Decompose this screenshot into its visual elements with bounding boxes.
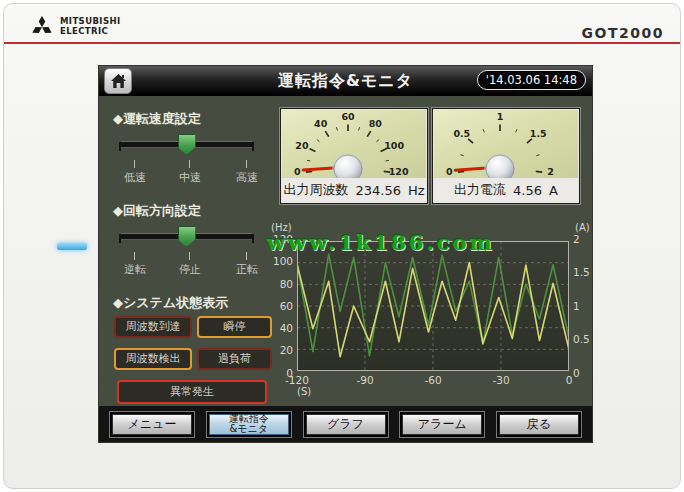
speed-slider[interactable] (121, 142, 252, 147)
got2000-device-bezel: MITSUBISHI ELECTRIC GOT2000 運転指令&モニタ '14… (3, 3, 681, 489)
bottom-nav-bar: メニュー 運転指令&モニタ グラフ アラーム 戻る (99, 406, 592, 442)
model-label: GOT2000 (582, 25, 664, 41)
nav-button-label: アラーム (418, 418, 467, 431)
current-gauge-unit: A (549, 183, 558, 198)
nav-graph-button[interactable]: グラフ (306, 414, 386, 435)
direction-label-stop: 停止 (179, 262, 201, 277)
x-axis-tick: -30 (485, 374, 517, 386)
right-axis-tick: 0.5 (573, 334, 590, 345)
current-gauge-panel: 00.511.52 出力電流 4.56 A (432, 108, 580, 204)
nav-menu-button[interactable]: メニュー (112, 414, 192, 435)
nav-button-label: 戻る (527, 418, 551, 431)
x-axis-tick: -90 (349, 374, 381, 386)
frequency-gauge-unit: Hz (408, 183, 425, 198)
svg-text:0: 0 (294, 166, 301, 177)
direction-slider[interactable] (121, 234, 252, 239)
right-axis-tick: 1 (573, 301, 580, 312)
nav-button-label: &モニタ (229, 424, 268, 435)
nav-button-label: メニュー (128, 418, 177, 431)
svg-text:20: 20 (295, 140, 309, 151)
left-axis-tick: 60 (280, 301, 293, 312)
current-gauge-dial: 00.511.52 (434, 110, 578, 178)
x-axis-tick: -60 (417, 374, 449, 386)
left-axis-ticks: 120100806040200 (259, 234, 293, 378)
svg-text:1.5: 1.5 (530, 128, 547, 139)
hmi-screen: 運転指令&モニタ '14.03.06 14:48 ◆運転速度設定 低速 中速 高… (99, 66, 592, 442)
left-axis-tick: 100 (273, 256, 293, 267)
svg-text:0.5: 0.5 (453, 128, 470, 139)
nav-button-label: グラフ (327, 418, 364, 431)
mitsubishi-diamonds-icon (30, 15, 54, 38)
left-axis-tick: 80 (280, 279, 293, 290)
svg-text:60: 60 (341, 111, 355, 122)
status-alarm-occurred[interactable]: 異常発生 (117, 380, 267, 404)
frequency-gauge-readout: 出力周波数 234.56 Hz (282, 179, 426, 201)
x-axis-ticks: -120-90-60-300 (281, 374, 585, 386)
nav-slot-alarm: アラーム (399, 411, 485, 438)
trend-chart-plot (297, 241, 569, 371)
current-gauge-value: 4.56 (513, 183, 542, 198)
power-led (57, 243, 87, 250)
status-freq-reached[interactable]: 周波数到達 (114, 316, 192, 338)
frequency-gauge-label: 出力周波数 (283, 181, 348, 199)
bezel-accent-line (4, 42, 680, 44)
direction-slider-ticks (121, 252, 252, 260)
svg-text:120: 120 (389, 166, 409, 177)
speed-slider-ticks (121, 160, 252, 168)
title-bar: 運転指令&モニタ '14.03.06 14:48 (99, 66, 592, 96)
direction-slider-handle[interactable] (178, 226, 196, 247)
left-axis-tick: 20 (280, 345, 293, 356)
right-axis-tick: 2 (573, 234, 580, 245)
current-gauge-face: 00.511.52 (434, 110, 578, 178)
current-gauge-readout: 出力電流 4.56 A (434, 179, 578, 201)
svg-text:100: 100 (384, 140, 404, 151)
right-axis-tick: 1.5 (573, 267, 590, 278)
x-axis-tick: -120 (281, 374, 313, 386)
nav-slot-graph: グラフ (303, 411, 389, 438)
speed-label-mid: 中速 (179, 170, 201, 185)
frequency-gauge-face: 020406080100120 (282, 110, 426, 178)
frequency-gauge-value: 234.56 (355, 183, 401, 198)
speed-label-low: 低速 (124, 170, 146, 185)
nav-back-button[interactable]: 戻る (499, 414, 579, 435)
watermark-text: www.1k186.com (267, 230, 495, 255)
left-axis-tick: 40 (280, 323, 293, 334)
svg-text:2: 2 (547, 166, 554, 177)
x-axis-unit: (S) (297, 386, 311, 397)
nav-slot-menu: メニュー (109, 411, 195, 438)
speed-slider-labels: 低速 中速 高速 (121, 170, 252, 184)
speed-label-high: 高速 (236, 170, 258, 185)
direction-label-forward: 正転 (236, 262, 258, 277)
svg-text:40: 40 (314, 118, 328, 129)
svg-text:80: 80 (369, 118, 383, 129)
clock-display: '14.03.06 14:48 (477, 70, 586, 90)
current-gauge-label: 出力電流 (454, 181, 506, 199)
speed-section-title: ◆運転速度設定 (113, 110, 201, 128)
frequency-gauge-dial: 020406080100120 (282, 110, 426, 178)
nav-operation-monitor-button[interactable]: 運転指令&モニタ (209, 414, 289, 435)
frequency-gauge-panel: 020406080100120 出力周波数 234.56 Hz (280, 108, 428, 204)
speed-slider-handle[interactable] (178, 134, 196, 155)
status-button-grid: 周波数到達 瞬停 周波数検出 過負荷 (114, 316, 272, 370)
direction-slider-labels: 逆転 停止 正転 (121, 262, 252, 276)
brand-line2: ELECTRIC (60, 27, 120, 37)
nav-slot-monitor: 運転指令&モニタ (206, 411, 292, 438)
nav-alarm-button[interactable]: アラーム (402, 414, 482, 435)
right-axis-unit: (A) (575, 222, 590, 233)
mitsubishi-logo: MITSUBISHI ELECTRIC (30, 15, 120, 38)
x-axis-tick: 0 (553, 374, 585, 386)
direction-label-reverse: 逆転 (124, 262, 146, 277)
status-section-title: ◆システム状態表示 (113, 294, 228, 312)
right-axis-ticks: 21.510.50 (573, 234, 592, 378)
svg-text:1: 1 (497, 111, 504, 122)
status-freq-detect[interactable]: 周波数検出 (114, 348, 192, 370)
nav-slot-back: 戻る (496, 411, 582, 438)
svg-text:0: 0 (446, 166, 453, 177)
direction-section-title: ◆回転方向設定 (113, 202, 201, 220)
